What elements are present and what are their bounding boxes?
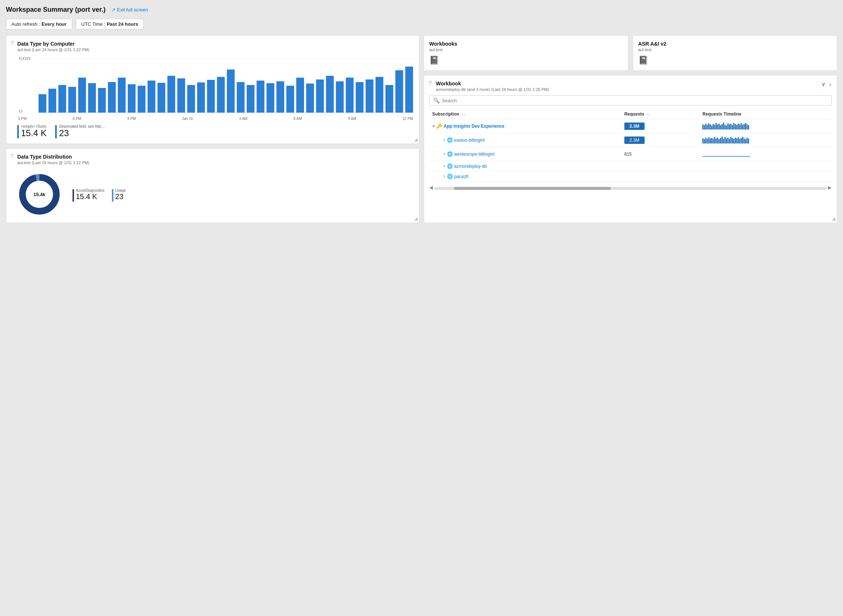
scroll-right-icon[interactable]: ▶ — [828, 185, 831, 190]
expand-rows-icon[interactable]: ∨ — [821, 81, 826, 88]
main-grid: ▽ Data Type by Computer aul-test (Last 2… — [6, 35, 837, 223]
svg-rect-38 — [376, 77, 383, 113]
svg-rect-13 — [128, 84, 135, 113]
table-hscroll[interactable]: ◀ ▶ — [429, 185, 831, 190]
data-type-distribution-title: Data Type Distribution — [17, 154, 414, 160]
svg-rect-90 — [724, 137, 726, 144]
svg-rect-6 — [59, 85, 66, 113]
table-row: > 🌐 westeurope-billingint 815 — [429, 147, 831, 161]
expand-icon-eastus[interactable]: > — [443, 138, 445, 142]
subscription-cell-azmondeploy[interactable]: > 🌐 azmondeploy-db — [436, 163, 618, 169]
svg-rect-89 — [723, 139, 724, 144]
subscription-name-app-insights: App Insights Dev Experience — [444, 124, 504, 129]
svg-rect-35 — [346, 78, 353, 113]
expand-icon-westeurope[interactable]: > — [443, 152, 445, 156]
scrollbar-thumb[interactable] — [454, 187, 611, 190]
search-input[interactable] — [442, 98, 828, 103]
svg-rect-15 — [148, 81, 155, 113]
svg-rect-55 — [720, 125, 721, 129]
toolbar: Auto refresh : Every hour UTC Time : Pas… — [6, 19, 837, 29]
subscription-name-paruizfi: paruizfi — [454, 174, 468, 179]
data-type-by-computer-title: Data Type by Computer — [17, 41, 414, 47]
svg-rect-33 — [326, 76, 334, 113]
search-bar[interactable]: 🔍 — [429, 95, 831, 106]
legend-item-empty: <empty> (Sum) 15.4 K — [17, 125, 46, 138]
svg-rect-87 — [720, 138, 721, 144]
download-icon[interactable]: ↓ — [829, 81, 831, 88]
subscription-cell-westeurope[interactable]: > 🌐 westeurope-billingint — [436, 151, 618, 157]
svg-rect-45 — [705, 124, 706, 129]
requests-badge-app-insights: 2.3M — [624, 123, 645, 130]
svg-rect-70 — [742, 125, 743, 129]
svg-rect-29 — [286, 86, 294, 113]
svg-text:15.4k: 15.4k — [34, 192, 46, 197]
globe-icon-paruizfi: 🌐 — [447, 174, 453, 179]
svg-rect-71 — [744, 124, 745, 129]
svg-rect-26 — [257, 81, 264, 113]
subscription-cell-eastus[interactable]: > 🌐 eastus-billingint — [436, 137, 618, 143]
svg-rect-75 — [702, 138, 703, 144]
legend-bar-deprecated — [55, 125, 57, 138]
svg-rect-28 — [276, 81, 284, 113]
scroll-left-icon[interactable]: ◀ — [429, 185, 433, 190]
time-range-button[interactable]: UTC Time : Past 24 hours — [76, 19, 144, 29]
svg-rect-73 — [746, 125, 748, 129]
svg-rect-102 — [742, 137, 743, 144]
table-header: Subscription ↑↓ Requests ↑↓ Requests Tim… — [429, 109, 831, 119]
collapse-icon[interactable]: ∨ — [432, 124, 435, 128]
svg-rect-68 — [739, 125, 740, 129]
svg-rect-98 — [736, 138, 737, 144]
svg-rect-76 — [704, 139, 705, 144]
svg-rect-8 — [78, 78, 86, 113]
scrollbar-track[interactable] — [435, 187, 827, 190]
svg-rect-103 — [744, 138, 745, 144]
subscription-cell-paruizfi[interactable]: > 🌐 paruizfi — [436, 174, 618, 179]
svg-rect-16 — [157, 83, 165, 113]
svg-rect-23 — [227, 70, 235, 113]
svg-rect-47 — [708, 123, 709, 129]
col-subscription[interactable]: Subscription ↑↓ — [429, 109, 621, 119]
distribution-resize-handle[interactable]: ◢ — [414, 216, 417, 221]
svg-rect-20 — [197, 82, 205, 113]
svg-rect-49 — [711, 126, 712, 129]
workbook-detail-actions: ∨ ↓ — [821, 81, 831, 88]
svg-rect-69 — [741, 123, 742, 129]
auto-refresh-button[interactable]: Auto refresh : Every hour — [6, 19, 72, 29]
table-row: > 🌐 paruizfi — [429, 172, 831, 182]
svg-rect-99 — [738, 137, 739, 144]
chart-xaxis: 3 PM 6 PM 9 PM Jan 31 3 AM 6 AM 9 AM 12 … — [17, 117, 414, 121]
data-type-by-computer-subtitle: aul-test (Last 24 hours @ 1/31 1:22 PM) — [17, 47, 414, 52]
svg-rect-24 — [237, 82, 244, 113]
workbook-resize-handle[interactable]: ◢ — [832, 216, 835, 221]
asr-icon: 📓 — [638, 56, 832, 65]
col-requests[interactable]: Requests ↑↓ — [621, 109, 699, 119]
svg-rect-27 — [267, 83, 274, 113]
resize-handle[interactable]: ◢ — [414, 137, 417, 142]
svg-rect-95 — [732, 138, 733, 144]
legend-bar-empty — [17, 125, 19, 138]
exit-fullscreen-link[interactable]: ↗ Exit full screen — [112, 7, 148, 13]
svg-rect-36 — [355, 82, 363, 113]
svg-text:0: 0 — [19, 109, 23, 113]
table-row: > 🌐 eastus-billingint 2.3M — [429, 133, 831, 147]
svg-rect-41 — [405, 67, 413, 113]
expand-icon-paruizfi[interactable]: > — [443, 175, 445, 179]
workbooks-title: Workbooks — [429, 41, 623, 47]
svg-rect-65 — [735, 124, 736, 129]
svg-rect-4 — [39, 94, 46, 113]
distribution-filter-icon: ▽ — [11, 153, 14, 158]
svg-rect-63 — [732, 125, 733, 129]
subscription-cell-app-insights[interactable]: ∨ 🔑 App Insights Dev Experience — [432, 123, 618, 129]
expand-icon-azmondeploy[interactable]: > — [443, 164, 445, 168]
subscription-name-westeurope: westeurope-billingint — [454, 152, 494, 157]
svg-rect-50 — [713, 124, 714, 129]
svg-rect-34 — [336, 81, 344, 113]
svg-rect-83 — [714, 137, 715, 144]
sparkline-app-insights — [702, 122, 750, 129]
subscription-name-azmondeploy: azmondeploy-db — [454, 164, 487, 169]
svg-rect-100 — [739, 139, 740, 144]
table-row: ∨ 🔑 App Insights Dev Experience 2.3M — [429, 119, 831, 133]
right-column: Workbooks aul-test 📓 ASR A&I v2 aul-test… — [424, 35, 837, 223]
sparkline-eastus — [702, 135, 750, 144]
svg-rect-11 — [108, 82, 116, 113]
